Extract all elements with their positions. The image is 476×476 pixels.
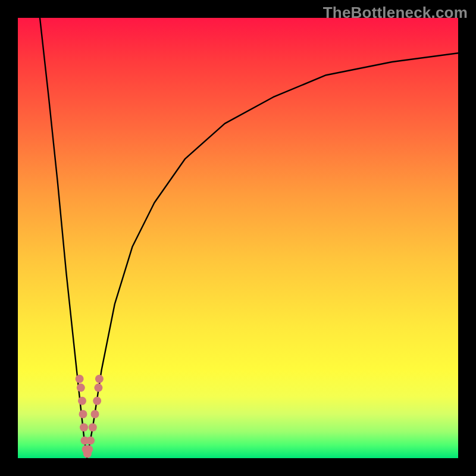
scatter-dot: [78, 397, 86, 405]
scatter-dot: [95, 375, 104, 383]
line-series-group: [40, 18, 458, 458]
scatter-dot: [94, 384, 102, 392]
scatter-dot: [91, 410, 99, 418]
scatter-dot: [79, 410, 87, 418]
scatter-dot: [84, 445, 93, 453]
scatter-dot: [89, 423, 97, 431]
scatter-group: [76, 375, 104, 458]
scatter-dot: [93, 397, 101, 405]
curve-right-branch: [87, 53, 458, 458]
watermark-text: TheBottleneck.com: [323, 4, 468, 22]
chart-svg: [18, 18, 458, 458]
scatter-dot: [86, 436, 95, 444]
scatter-dot: [77, 384, 85, 392]
scatter-dot: [80, 423, 88, 431]
chart-frame: TheBottleneck.com: [0, 0, 476, 476]
curve-left-branch: [40, 18, 87, 458]
scatter-dot: [76, 375, 84, 383]
plot-area: [18, 18, 458, 458]
